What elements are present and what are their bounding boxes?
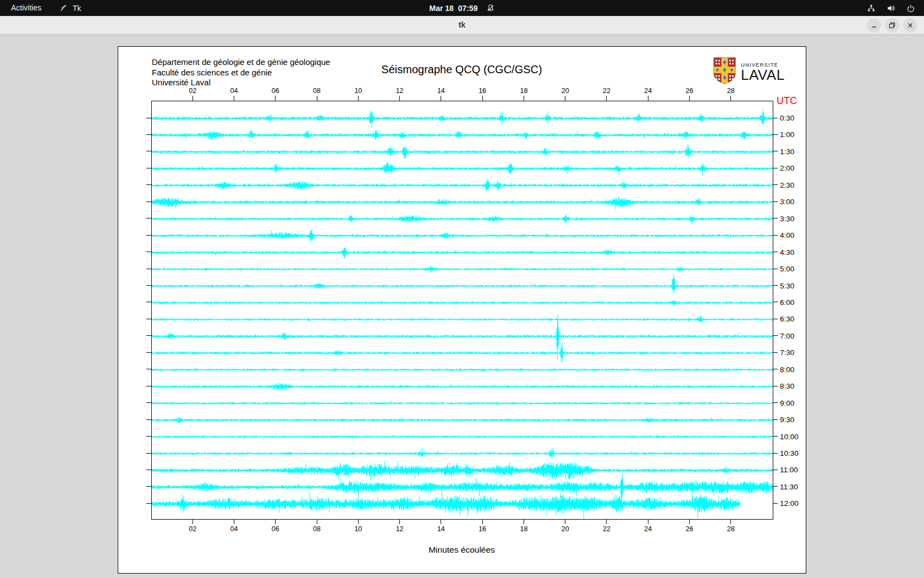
trace-time-label: 2:00 <box>780 164 794 172</box>
x-tick-label-bottom: 26 <box>686 525 694 533</box>
x-tick-bottom <box>399 519 400 524</box>
trace-time-label: 4:30 <box>780 248 794 256</box>
trace-tick-right <box>773 335 778 336</box>
trace-tick-right <box>773 168 778 168</box>
trace-tick-right <box>773 503 778 504</box>
trace-tick-left <box>146 218 151 219</box>
x-tick-top <box>730 96 731 101</box>
x-tick-label-top: 20 <box>562 87 569 95</box>
trace-time-label: 6:00 <box>780 298 794 306</box>
x-tick-label-bottom: 24 <box>644 525 652 533</box>
focused-app-label: Tk <box>73 4 81 13</box>
volume-icon <box>887 4 895 13</box>
x-tick-label-top: 08 <box>313 87 321 95</box>
x-tick-label-top: 28 <box>727 87 735 95</box>
trace-tick-left <box>146 201 151 202</box>
trace-tick-left <box>146 386 151 386</box>
x-tick-bottom <box>689 519 690 524</box>
x-tick-top <box>275 96 276 101</box>
trace-time-label: 9:30 <box>780 416 794 424</box>
x-tick-bottom <box>730 519 731 524</box>
x-tick-label-top: 04 <box>230 87 238 95</box>
x-tick-bottom <box>482 519 483 524</box>
trace-time-label: 8:30 <box>780 382 794 390</box>
x-tick-top <box>482 96 483 101</box>
trace-time-label: 7:30 <box>780 348 794 357</box>
x-tick-bottom <box>648 519 648 524</box>
minimize-button[interactable] <box>867 18 881 32</box>
trace-tick-right <box>773 402 778 403</box>
trace-time-label: 7:00 <box>780 331 794 340</box>
trace-tick-right <box>773 201 778 202</box>
clock-text: Mar 18 07:59 <box>430 4 478 13</box>
x-tick-bottom <box>317 519 317 524</box>
trace-time-label: 1:30 <box>780 147 794 155</box>
trace-tick-left <box>146 470 151 470</box>
trace-time-label: 12:00 <box>780 499 799 508</box>
x-tick-bottom <box>565 519 565 524</box>
trace-time-label: 8:00 <box>780 365 794 373</box>
trace-time-label: 6:30 <box>780 315 794 323</box>
x-tick-label-top: 22 <box>603 87 610 95</box>
trace-tick-right <box>773 151 778 151</box>
trace-tick-right <box>773 269 778 269</box>
institution-line-3: Université Laval <box>152 78 330 88</box>
x-tick-label-bottom: 18 <box>520 525 527 533</box>
seismic-traces <box>152 101 773 519</box>
laval-logo-large-text: LAVAL <box>741 68 785 82</box>
x-tick-top <box>358 96 359 101</box>
close-icon <box>906 21 914 29</box>
x-tick-bottom <box>358 519 359 524</box>
restore-icon <box>888 21 896 29</box>
x-tick-label-bottom: 10 <box>354 525 362 533</box>
trace-tick-right <box>773 218 778 219</box>
trace-tick-right <box>773 470 778 470</box>
focused-app-menu[interactable]: Tk <box>59 0 81 16</box>
trace-tick-right <box>773 386 778 386</box>
x-tick-top <box>234 96 234 101</box>
x-tick-top <box>648 96 648 101</box>
trace-tick-right <box>773 285 778 286</box>
trace-time-label: 1:00 <box>780 130 794 139</box>
x-tick-label-top: 16 <box>479 87 486 95</box>
trace-tick-right <box>773 453 778 454</box>
x-tick-label-bottom: 12 <box>396 525 404 533</box>
x-tick-label-top: 14 <box>437 87 445 95</box>
trace-tick-left <box>146 235 151 236</box>
x-tick-bottom <box>524 519 524 524</box>
x-tick-label-bottom: 06 <box>272 525 279 533</box>
trace-tick-left <box>146 168 151 168</box>
x-tick-label-top: 06 <box>272 87 279 95</box>
trace-tick-left <box>146 118 151 118</box>
trace-tick-right <box>773 352 778 353</box>
notifications-muted-icon <box>486 4 494 12</box>
trace-tick-right <box>773 419 778 420</box>
x-tick-label-bottom: 08 <box>313 525 321 533</box>
clock-menu[interactable]: Mar 18 07:59 <box>430 0 495 16</box>
x-tick-bottom <box>275 519 276 524</box>
trace-tick-left <box>146 486 151 487</box>
tk-feather-icon <box>59 4 68 12</box>
x-tick-top <box>317 96 317 101</box>
trace-tick-right <box>773 319 778 319</box>
restore-button[interactable] <box>885 18 899 32</box>
x-tick-top <box>399 96 400 101</box>
trace-tick-left <box>146 419 151 420</box>
system-status-area[interactable] <box>867 0 915 16</box>
activities-button[interactable]: Activities <box>11 0 41 16</box>
trace-tick-right <box>773 118 778 118</box>
trace-time-label: 5:30 <box>780 281 794 290</box>
trace-tick-left <box>146 352 151 353</box>
trace-tick-right <box>773 252 778 252</box>
window-content: Département de géologie et de génie géol… <box>0 35 924 578</box>
window-titlebar[interactable]: tk <box>0 16 924 35</box>
trace-time-label: 4:00 <box>780 231 794 239</box>
trace-tick-left <box>146 285 151 286</box>
x-tick-label-top: 18 <box>520 87 527 95</box>
window-controls <box>867 18 917 32</box>
trace-time-label: 11:30 <box>780 482 798 490</box>
close-button[interactable] <box>903 18 917 32</box>
power-icon <box>906 4 915 13</box>
trace-tick-right <box>773 369 778 369</box>
x-tick-label-top: 02 <box>189 87 196 95</box>
